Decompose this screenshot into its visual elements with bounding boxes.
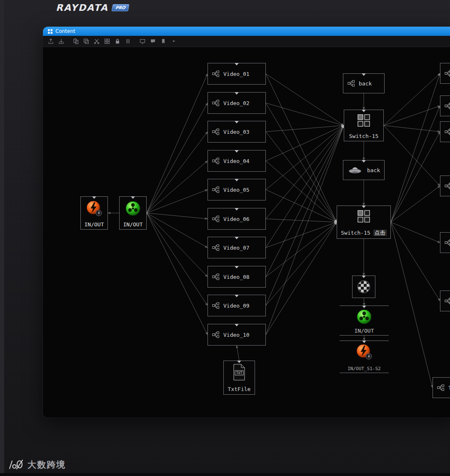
node-p7[interactable]: Txt	[432, 377, 450, 398]
node-label: IN/OUT_S1-S2	[348, 366, 380, 371]
node-inout_green2[interactable]: IN/OUT	[340, 306, 389, 336]
node-label: Video_08	[223, 274, 250, 280]
node-p3[interactable]	[440, 121, 450, 142]
left-edge-strip	[0, 0, 4, 476]
nodes-layer: IN/OUTIN/OUTVideo_01Video_02Video_03Vide…	[43, 47, 450, 418]
node-p4[interactable]	[440, 175, 450, 196]
pro-badge: PRO	[111, 4, 129, 11]
txt-file-icon: TXT	[232, 364, 246, 381]
hierarchy-icon	[212, 158, 220, 164]
switch-grid-icon	[357, 210, 370, 223]
node-video_04[interactable]: Video_04	[208, 150, 266, 172]
hierarchy-icon	[445, 70, 450, 77]
hierarchy-icon	[445, 298, 450, 304]
align-icon[interactable]	[125, 38, 131, 45]
hierarchy-icon	[212, 100, 220, 106]
hierarchy-icon	[212, 331, 220, 338]
power-orange-icon	[85, 200, 103, 217]
node-video_08[interactable]: Video_08	[208, 266, 266, 288]
comment-icon[interactable]	[150, 38, 156, 45]
hierarchy-icon	[212, 273, 220, 280]
node-video_07[interactable]: Video_07	[208, 237, 266, 258]
node-video_02[interactable]: Video_02	[208, 92, 266, 114]
content-window: Content IN/OUTIN/OUTVideo_01Video_02Vide…	[43, 27, 450, 418]
node-label: back	[359, 80, 372, 87]
hierarchy-icon	[212, 70, 220, 77]
node-switch15_click[interactable]: Switch-15点击	[337, 205, 391, 239]
grid-icon	[48, 29, 52, 34]
watermark-logo	[7, 458, 24, 471]
node-label: Video_02	[223, 100, 250, 106]
node-label: Video_10	[223, 332, 250, 338]
node-label: IN/OUT	[355, 328, 374, 334]
node-p6[interactable]	[440, 291, 450, 311]
export-icon[interactable]	[48, 38, 54, 45]
node-inout_green[interactable]: IN/OUT	[119, 196, 147, 230]
app-brand: RAYDATA PRO	[56, 3, 128, 13]
hierarchy-icon	[212, 302, 220, 309]
node-label: IN/OUT	[85, 221, 104, 228]
app-logo: RAYDATA	[56, 3, 108, 13]
power-orange-icon	[355, 343, 373, 361]
node-back_ufo[interactable]: back	[343, 160, 385, 180]
hierarchy-icon	[445, 128, 450, 135]
node-label: Video_05	[223, 187, 250, 193]
hierarchy-icon	[348, 80, 355, 87]
node-video_10[interactable]: Video_10	[208, 324, 266, 346]
node-video_09[interactable]: Video_09	[208, 295, 266, 316]
power-green-icon	[124, 200, 142, 217]
node-label: Video_06	[223, 216, 250, 222]
node-label: TxtFile	[228, 386, 251, 392]
node-back_top[interactable]: back	[343, 73, 385, 93]
node-video_03[interactable]: Video_03	[208, 121, 266, 143]
node-switch15[interactable]: Switch-15	[344, 110, 384, 141]
svg-text:TXT: TXT	[236, 371, 242, 375]
hierarchy-icon	[212, 186, 220, 193]
node-canvas[interactable]: IN/OUTIN/OUTVideo_01Video_02Video_03Vide…	[43, 47, 450, 418]
watermark-text: 大数跨境	[28, 459, 66, 471]
dropdown-arrow-icon[interactable]	[170, 38, 177, 45]
paste-icon[interactable]	[72, 38, 79, 45]
hierarchy-icon	[445, 239, 450, 246]
node-label: back	[367, 167, 380, 173]
node-video_01[interactable]: Video_01	[208, 63, 266, 85]
node-label: Video_07	[223, 245, 250, 251]
node-label: Video_09	[223, 303, 250, 309]
lock-icon[interactable]	[114, 38, 121, 45]
node-txtfile[interactable]: TXTTxtFile	[223, 361, 255, 395]
window-title: Content	[55, 28, 75, 34]
node-p5[interactable]	[440, 232, 450, 253]
power-green-icon	[355, 308, 373, 326]
node-label: Video_03	[223, 129, 250, 135]
node-label: Switch-15	[349, 133, 378, 139]
node-p2[interactable]	[440, 95, 450, 116]
node-p1[interactable]	[440, 63, 450, 84]
checker-icon	[356, 279, 372, 295]
node-inout_orange[interactable]: IN/OUT	[80, 196, 108, 230]
node-video_05[interactable]: Video_05	[208, 179, 266, 200]
hierarchy-icon	[212, 128, 220, 135]
node-label: Video_04	[223, 158, 250, 164]
grid-icon[interactable]	[104, 38, 110, 45]
toolbar	[43, 36, 450, 47]
import-icon[interactable]	[58, 38, 65, 45]
display-icon[interactable]	[139, 38, 146, 45]
window-titlebar[interactable]: Content	[43, 27, 450, 36]
copy-icon[interactable]	[83, 38, 90, 45]
node-inout_orange2[interactable]: IN/OUT_S1-S2	[340, 341, 389, 373]
node-label: Txt	[448, 385, 450, 391]
node-label-tag: 点击	[373, 230, 387, 236]
node-video_06[interactable]: Video_06	[208, 208, 266, 230]
hierarchy-icon	[437, 384, 445, 391]
bookmark-icon[interactable]	[160, 38, 167, 45]
node-checker[interactable]	[352, 276, 375, 298]
hierarchy-icon	[212, 244, 220, 251]
node-label: Switch-15点击	[341, 229, 386, 237]
switch-grid-icon	[357, 114, 370, 127]
ufo-icon	[348, 165, 362, 175]
cut-icon[interactable]	[93, 38, 100, 45]
node-label: Video_01	[223, 71, 250, 77]
bottom-bar	[0, 473, 450, 476]
hierarchy-icon	[212, 215, 220, 222]
hierarchy-icon	[445, 183, 450, 189]
